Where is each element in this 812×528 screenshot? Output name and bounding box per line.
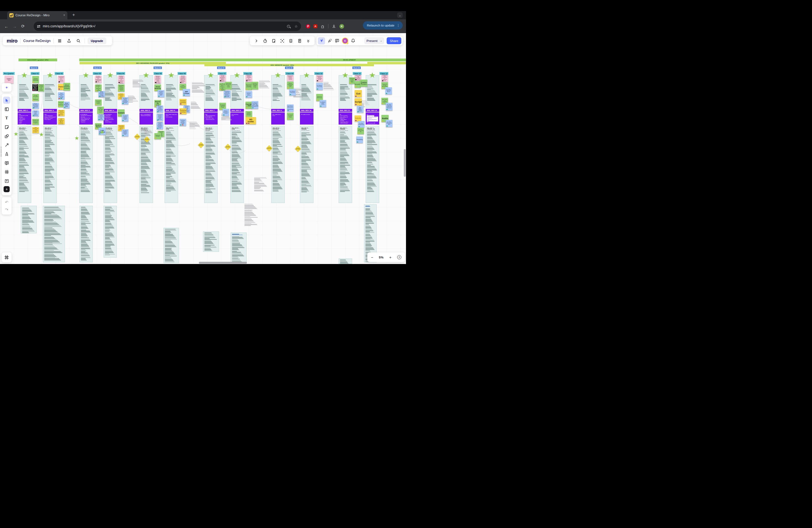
horizontal-scrollbar[interactable]: [199, 262, 247, 264]
sticky-note[interactable]: Visual vocabulary + class discussion pro…: [58, 92, 64, 99]
sticky-note[interactable]: Storytelling: [354, 81, 361, 88]
class-label[interactable]: Class 10: [314, 72, 323, 75]
handwriting-note[interactable]: [144, 130, 154, 136]
feedback-icon[interactable]: [335, 39, 339, 43]
text-tool[interactable]: T: [3, 115, 10, 122]
handwriting-note[interactable]: [323, 82, 334, 91]
user-avatar[interactable]: K⚡: [342, 38, 348, 44]
templates-tool[interactable]: [3, 106, 10, 113]
sticky-note[interactable]: Typography in Design: [155, 133, 161, 139]
sticky-note[interactable]: Dev Website: Image Prep (sizing + adding…: [251, 101, 258, 109]
class-label[interactable]: Class 06: [178, 72, 186, 75]
sticky-note[interactable]: The Role of Typography in Web Design:: [251, 82, 258, 89]
relaunch-to-update-button[interactable]: Relaunch to update ⋮: [363, 21, 403, 30]
upload-tool[interactable]: [3, 177, 10, 185]
sticky-note[interactable]: Ethical Research Strategies: [63, 83, 70, 91]
week-label[interactable]: Week 01: [30, 67, 38, 69]
skil-dev-header[interactable]: SKIL DEV 11: [338, 109, 352, 112]
week-label[interactable]: Week 05: [285, 67, 293, 69]
acrobat-extension-icon[interactable]: A: [314, 24, 317, 28]
address-bar[interactable]: miro.com/app/board/uXjVPgq0rtk=/ ☆: [34, 21, 301, 31]
sticky-note[interactable]: Dev Brand Identity Package: 20 Logo Sket…: [98, 114, 104, 120]
board-title[interactable]: Course ReDesign: [23, 39, 50, 43]
new-tab-button[interactable]: +: [72, 12, 75, 17]
arrow-tool[interactable]: [3, 142, 10, 149]
skil-dev-body[interactable]: PR:• Organizing file• working with multi…: [366, 113, 379, 124]
sticky-note[interactable]: Dev Brand Identity Package: Social Profi…: [157, 105, 163, 113]
zoom-level[interactable]: 5%: [379, 256, 383, 259]
skil-dev-header[interactable]: SKIL DEV 9: [271, 109, 285, 112]
sticky-note[interactable]: Color Theory for Web Design:: [287, 113, 294, 120]
handwriting-note[interactable]: [192, 82, 206, 93]
sticky-note[interactable]: Copyright + SEO: [246, 102, 252, 109]
week-label[interactable]: Week 03: [154, 67, 162, 69]
bookmark-star-icon[interactable]: ☆: [294, 24, 298, 28]
export-board-icon[interactable]: [66, 38, 72, 44]
sticky-note[interactable]: Photoshop (mockup): [179, 108, 186, 114]
add-more-tools-button[interactable]: +: [4, 186, 10, 192]
skil-dev-body[interactable]: ILLUSTRATOR:• Typography Manipulation• G…: [104, 113, 117, 124]
sticky-note[interactable]: Mood Board in PSD: [63, 102, 70, 108]
sticky-note[interactable]: Development Website: Continue working: [287, 75, 294, 81]
class-label[interactable]: Class 12: [379, 72, 388, 75]
class-label[interactable]: Class 02: [55, 72, 63, 75]
pinterest-extension-icon[interactable]: P: [306, 24, 310, 28]
skil-dev-body[interactable]: ILLUSTRATOR:• Introduction to Illustrato…: [79, 113, 93, 124]
cards-icon[interactable]: [272, 39, 276, 43]
sticky-note[interactable]: Dev Video: Organizing premiere file with…: [386, 103, 392, 111]
zoom-search-icon[interactable]: [287, 25, 290, 28]
sticky-note[interactable]: Dev Video: Working with Audio: [386, 120, 392, 127]
class-label[interactable]: Class 11: [353, 72, 362, 75]
sticky-note[interactable]: Course Overview: [32, 76, 39, 83]
site-settings-icon[interactable]: [37, 25, 40, 28]
main-menu-icon[interactable]: [56, 38, 63, 44]
sticky-note-tool[interactable]: [3, 124, 10, 131]
sticky-note[interactable]: WIP Critique: [183, 89, 190, 96]
board-search-icon[interactable]: [75, 38, 82, 44]
sticky-note[interactable]: Dev Website: Mobile Version: [320, 100, 326, 107]
sticky-note[interactable]: Dev Brand Identity Package: Styles: [158, 90, 164, 97]
sticky-note[interactable]: Introduction to Moodboards: [58, 101, 64, 107]
help-button[interactable]: ?: [397, 255, 401, 259]
sticky-note[interactable]: Introduction to Raster Graphics: [32, 119, 39, 125]
week-label[interactable]: Week 02: [93, 67, 102, 69]
skil-dev-body[interactable]: PSD + ILLUSTRATOR:• Advanced Photoshop: [140, 113, 153, 124]
pre-quarter-label[interactable]: Pre-Quarter: [3, 72, 15, 75]
skil-dev-header[interactable]: SKIL DEV 7: [204, 109, 218, 112]
week-label[interactable]: Week 06: [352, 67, 361, 69]
week-label[interactable]: Week 04: [217, 67, 226, 69]
sticky-note[interactable]: Experimental Typography for the Web: [246, 82, 252, 90]
zoom-in-button[interactable]: +: [389, 255, 391, 260]
skil-dev-header[interactable]: SKIL DEV 4: [104, 109, 117, 112]
handwriting-note[interactable]: [254, 177, 268, 192]
follow-cursor-icon[interactable]: [318, 37, 325, 44]
downloads-icon[interactable]: [332, 24, 336, 28]
sticky-note[interactable]: (web type demo + practice): [246, 91, 252, 98]
reactions-icon[interactable]: [328, 39, 332, 43]
sticky-note[interactable]: Script: [354, 98, 362, 105]
forward-button[interactable]: →: [11, 24, 19, 29]
present-dropdown[interactable]: Present⌄: [364, 37, 384, 44]
sticky-note[interactable]: Development Website Checkpoint 01: Wiref…: [246, 75, 252, 82]
sticky-note[interactable]: Dev Website: Adding pages + subpages/lin…: [287, 104, 294, 112]
focus-mode-icon[interactable]: [280, 39, 285, 43]
sticky-note[interactable]: Illustrator (mockup): [179, 99, 186, 105]
skil-dev-header[interactable]: SKIL DEV 10: [300, 109, 314, 112]
sticky-note[interactable]: Prework: Mood Board Personality Workshee…: [32, 103, 39, 109]
share-button[interactable]: Share: [387, 37, 401, 44]
sticky-note[interactable]: Dev Website: Gathering professional mate…: [224, 91, 230, 98]
skil-dev-body[interactable]: PSD:Layer OrganizationFixing an Old Phot…: [43, 113, 57, 124]
sticky-note[interactable]: Dev Brand Identity Package: Logo-based c…: [122, 97, 128, 104]
sticky-note[interactable]: Develop a Moodboard For: brand/persona s…: [95, 76, 102, 83]
sticky-note[interactable]: Introduction to Time-Based Media: [349, 77, 355, 84]
sticky-note[interactable]: Dev Brand Identity Package: Fonts: [122, 129, 128, 136]
sticky-note[interactable]: Creative Process: [360, 79, 367, 87]
undo-button[interactable]: ↶: [5, 200, 8, 204]
sticky-note[interactable]: Freewriting: [356, 136, 363, 143]
sticky-note[interactable]: Development Branding Package: Logo PS, B…: [219, 75, 226, 82]
class-label[interactable]: Class 04: [116, 72, 125, 75]
skil-dev-header[interactable]: SKIL DEV 6: [164, 109, 178, 112]
vertical-scrollbar[interactable]: [404, 149, 406, 177]
sticky-note[interactable]: Storyboarding: [354, 115, 361, 121]
sticky-note[interactable]: Website Designing for multiple users: [287, 82, 294, 89]
